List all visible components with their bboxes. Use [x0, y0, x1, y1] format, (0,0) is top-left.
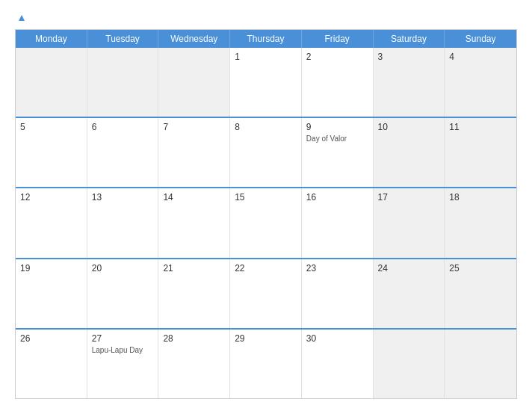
calendar-grid: MondayTuesdayWednesdayThursdayFridaySatu… [15, 29, 517, 399]
day-cell: 29 [230, 330, 302, 398]
day-header-tuesday: Tuesday [87, 30, 159, 48]
day-cell: 7 [158, 118, 230, 187]
logo [15, 12, 28, 22]
logo-triangle-icon [16, 12, 28, 24]
day-number: 23 [306, 263, 368, 274]
day-event: Lapu-Lapu Day [92, 346, 154, 354]
day-number: 6 [92, 122, 154, 132]
day-number: 27 [92, 333, 154, 344]
weeks-container: 123456789Day of Valor1011121314151617181… [16, 48, 516, 398]
day-header-monday: Monday [16, 30, 87, 48]
day-cell: 13 [87, 188, 159, 257]
day-cell: 12 [16, 188, 87, 257]
day-cell: 27Lapu-Lapu Day [87, 330, 159, 398]
day-header-wednesday: Wednesday [158, 30, 230, 48]
week-row-4: 19202122232425 [16, 258, 516, 328]
day-cell [158, 48, 230, 117]
svg-marker-0 [19, 15, 25, 21]
day-event: Day of Valor [306, 135, 368, 143]
day-cell: 26 [16, 330, 87, 398]
day-cell: 15 [230, 188, 302, 257]
day-number: 13 [92, 192, 154, 203]
day-cell: 17 [374, 188, 445, 257]
day-number: 28 [163, 333, 225, 344]
day-number: 12 [20, 192, 82, 203]
day-number: 17 [378, 192, 440, 203]
day-cell: 30 [302, 330, 374, 398]
day-cell: 23 [302, 259, 374, 328]
day-cell [374, 330, 445, 398]
day-number: 4 [449, 52, 512, 62]
day-cell [87, 48, 159, 117]
day-number: 5 [20, 122, 82, 132]
day-number: 18 [449, 192, 512, 203]
day-cell: 8 [230, 118, 302, 187]
week-row-1: 1234 [16, 48, 516, 117]
day-number: 7 [163, 122, 225, 132]
day-number: 2 [306, 52, 368, 62]
calendar-page: MondayTuesdayWednesdayThursdayFridaySatu… [0, 0, 532, 411]
day-header-sunday: Sunday [445, 30, 516, 48]
day-header-saturday: Saturday [374, 30, 445, 48]
day-cell: 21 [158, 259, 230, 328]
day-number: 8 [235, 122, 297, 132]
day-number: 14 [163, 192, 225, 203]
day-cell: 9Day of Valor [302, 118, 374, 187]
week-row-3: 12131415161718 [16, 187, 516, 257]
day-cell: 11 [445, 118, 516, 187]
day-cell: 18 [445, 188, 516, 257]
day-number: 15 [235, 192, 297, 203]
day-number: 3 [378, 52, 440, 62]
day-number: 25 [449, 263, 512, 274]
day-number: 1 [235, 52, 297, 62]
day-cell: 3 [374, 48, 445, 117]
day-number: 29 [235, 333, 297, 344]
day-cell: 10 [374, 118, 445, 187]
day-number: 19 [20, 263, 82, 274]
day-cell: 6 [87, 118, 159, 187]
day-number: 16 [306, 192, 368, 203]
day-cell [16, 48, 87, 117]
day-cell: 20 [87, 259, 159, 328]
day-cell: 5 [16, 118, 87, 187]
day-number: 11 [449, 122, 512, 132]
day-headers-row: MondayTuesdayWednesdayThursdayFridaySatu… [16, 30, 516, 48]
day-number: 21 [163, 263, 225, 274]
day-cell [445, 330, 516, 398]
day-cell: 16 [302, 188, 374, 257]
day-number: 22 [235, 263, 297, 274]
day-header-thursday: Thursday [230, 30, 302, 48]
day-number: 26 [20, 333, 82, 344]
day-cell: 19 [16, 259, 87, 328]
day-cell: 4 [445, 48, 516, 117]
day-number: 24 [378, 263, 440, 274]
day-cell: 24 [374, 259, 445, 328]
day-header-friday: Friday [302, 30, 374, 48]
page-header [15, 12, 517, 22]
day-cell: 25 [445, 259, 516, 328]
week-row-2: 56789Day of Valor1011 [16, 117, 516, 187]
day-number: 20 [92, 263, 154, 274]
day-cell: 28 [158, 330, 230, 398]
day-cell: 2 [302, 48, 374, 117]
day-cell: 1 [230, 48, 302, 117]
day-number: 9 [306, 122, 368, 132]
day-cell: 22 [230, 259, 302, 328]
day-cell: 14 [158, 188, 230, 257]
week-row-5: 2627Lapu-Lapu Day282930 [16, 328, 516, 398]
day-number: 30 [306, 333, 368, 344]
day-number: 10 [378, 122, 440, 132]
